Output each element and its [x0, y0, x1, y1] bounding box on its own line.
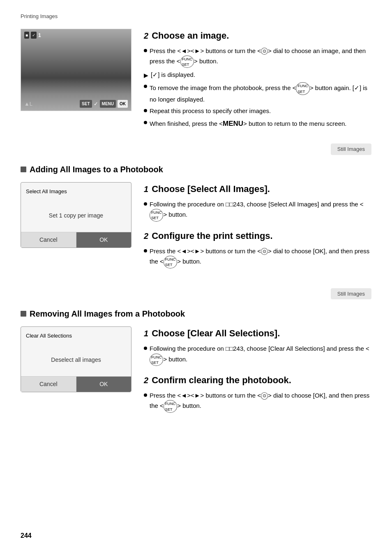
adding-heading: Adding All Images to a Photobook	[21, 163, 371, 176]
bullet-item: ▶ [✓] is displayed.	[144, 70, 371, 80]
set-button-tag: SET	[80, 100, 92, 108]
menu-button-tag: MENU	[100, 100, 116, 108]
ok-button-tag: OK	[118, 100, 128, 108]
dial-icon: ⊙	[261, 48, 268, 55]
overlay-top: ■ ✓ 1	[24, 32, 41, 39]
clear-all-dialog: Clear All Selections Deselect all images…	[21, 326, 131, 392]
removing-step2-heading: 2 Confirm clearing the photobook.	[144, 373, 371, 387]
bullet-text: Press the <◄><►> buttons or turn the <⊙>…	[150, 391, 371, 413]
step1-number: 1	[144, 183, 148, 195]
page-number: 244	[21, 531, 32, 541]
arrow-icon: ▶	[144, 71, 148, 80]
dialog2-body: Deselect all images	[21, 344, 131, 377]
dialog1-cancel-btn[interactable]: Cancel	[21, 232, 76, 248]
step2-number: 2	[144, 30, 148, 42]
adding-step2-bullets: Press the <◄><►> buttons or turn the <⊙>…	[144, 247, 371, 268]
still-images-label-1: Still Images	[331, 143, 371, 155]
still-images-label-2: Still Images	[331, 288, 371, 300]
removing-step1-heading: 1 Choose [Clear All Selections].	[144, 326, 371, 340]
bullet-text: [✓] is displayed.	[151, 70, 195, 80]
bullet-text: When finished, press the <MENU> button t…	[150, 118, 346, 129]
removing-section: Removing All Images from a Photobook Cle…	[21, 308, 371, 420]
camera-preview: ■ ✓ 1 ▲L SET ✓ MENU OK	[21, 29, 131, 111]
bullet-text: Following the procedure on □□243, choose…	[150, 344, 371, 366]
rstep2-title: Confirm clearing the photobook.	[152, 373, 291, 387]
step2-heading: 2 Choose an image.	[144, 29, 371, 42]
func-set-btn3: FUNCSET	[150, 209, 163, 221]
bullet-circle	[144, 249, 147, 252]
removing-step1-bullets: Following the procedure on □□243, choose…	[144, 344, 371, 366]
breadcrumb: Printing Images	[21, 12, 371, 21]
step2-text: 2 Choose an image. Press the <◄><►> butt…	[144, 29, 371, 132]
bullet-text: Following the procedure on □□243, choose…	[150, 200, 371, 222]
dialog1-title: Select All Images	[21, 187, 131, 196]
dialog2-cancel-btn[interactable]: Cancel	[21, 377, 76, 392]
section-icon2	[21, 311, 26, 317]
adding-step1-bullets: Following the procedure on □□243, choose…	[144, 200, 371, 222]
removing-title: Removing All Images from a Photobook	[30, 308, 185, 320]
record-icon: ■	[24, 32, 29, 39]
bullet-item: Repeat this process to specify other ima…	[144, 106, 371, 116]
bullet-item: Press the <◄><►> buttons or turn the <⊙>…	[144, 247, 371, 268]
removing-step1: 1 Choose [Clear All Selections]. Followi…	[144, 326, 371, 366]
step2-bullets: Press the <◄><►> buttons or turn the <⊙>…	[144, 46, 371, 129]
dialog2-title: Clear All Selections	[21, 332, 131, 340]
section-top: ■ ✓ 1 ▲L SET ✓ MENU OK 2 Choose an image…	[21, 29, 371, 132]
dialog1-body-text: Set 1 copy per image	[49, 211, 103, 220]
bullet-circle	[144, 121, 147, 124]
adding-inner: Select All Images Set 1 copy per image C…	[21, 182, 371, 276]
step1-title: Choose [Select All Images].	[152, 182, 270, 196]
removing-heading: Removing All Images from a Photobook	[21, 308, 371, 320]
dialog2-body-text: Deselect all images	[51, 356, 101, 364]
removing-inner: Clear All Selections Deselect all images…	[21, 326, 371, 420]
adding-step1-heading: 1 Choose [Select All Images].	[144, 182, 371, 196]
adding-step1: 1 Choose [Select All Images]. Following …	[144, 182, 371, 222]
bullet-item: Following the procedure on □□243, choose…	[144, 344, 371, 366]
func-set-btn: FUNCSET	[180, 56, 194, 68]
adding-title: Adding All Images to a Photobook	[30, 163, 163, 176]
dial-icon2: ⊙	[261, 248, 268, 255]
image-number: 1	[38, 32, 41, 39]
bullet-text: To remove the image from the photobook, …	[150, 82, 371, 104]
bullet-circle	[144, 202, 147, 206]
check-icon: ✓	[31, 32, 37, 39]
bullet-item: When finished, press the <MENU> button t…	[144, 118, 371, 129]
step2-title: Choose an image.	[152, 29, 229, 42]
bullet-circle	[144, 347, 147, 350]
dialog2-footer: Cancel OK	[21, 376, 131, 392]
page: Printing Images ■ ✓ 1 ▲L SET ✓ MENU OK	[0, 0, 392, 553]
dialog1-ok-btn[interactable]: OK	[76, 232, 131, 248]
still-images-badge-2: Still Images	[21, 288, 371, 300]
bullet-item: Following the procedure on □□243, choose…	[144, 200, 371, 222]
bullet-text: Repeat this process to specify other ima…	[150, 106, 271, 116]
func-set-btn2: FUNCSET	[296, 82, 309, 95]
func-set-btn6: FUNCSET	[164, 400, 177, 412]
dialog1-footer: Cancel OK	[21, 232, 131, 248]
rstep1-number: 1	[144, 327, 148, 340]
bullet-item: Press the <◄><►> buttons or turn the <⊙>…	[144, 391, 371, 413]
dialog1-body: Set 1 copy per image	[21, 199, 131, 232]
removing-steps: 1 Choose [Clear All Selections]. Followi…	[144, 326, 371, 420]
bullet-circle	[144, 85, 147, 88]
dialog2-ok-btn[interactable]: OK	[76, 377, 131, 392]
bullet-item: Press the <◄><►> buttons or turn the <⊙>…	[144, 46, 371, 68]
func-set-btn4: FUNCSET	[164, 256, 177, 268]
overlay-bottom-right: SET ✓ MENU OK	[80, 100, 128, 108]
removing-step2: 2 Confirm clearing the photobook. Press …	[144, 373, 371, 413]
removing-step2-bullets: Press the <◄><►> buttons or turn the <⊙>…	[144, 391, 371, 413]
adding-step2: 2 Configure the print settings. Press th…	[144, 229, 371, 268]
dial-icon3: ⊙	[261, 392, 268, 399]
section-icon	[21, 167, 26, 172]
adding-section: Adding All Images to a Photobook Select …	[21, 163, 371, 276]
rstep2-number: 2	[144, 374, 148, 386]
step2-title2: Configure the print settings.	[152, 229, 273, 243]
adding-step2-heading: 2 Configure the print settings.	[144, 229, 371, 243]
bullet-circle	[144, 109, 147, 112]
select-all-dialog: Select All Images Set 1 copy per image C…	[21, 182, 131, 248]
size-icon: ▲L	[24, 100, 32, 108]
checkmark-tag: ✓	[94, 100, 98, 108]
func-set-btn5: FUNCSET	[150, 354, 163, 366]
preview-image	[21, 29, 131, 111]
still-images-badge-1: Still Images	[21, 143, 371, 155]
menu-label: MENU	[223, 120, 243, 127]
